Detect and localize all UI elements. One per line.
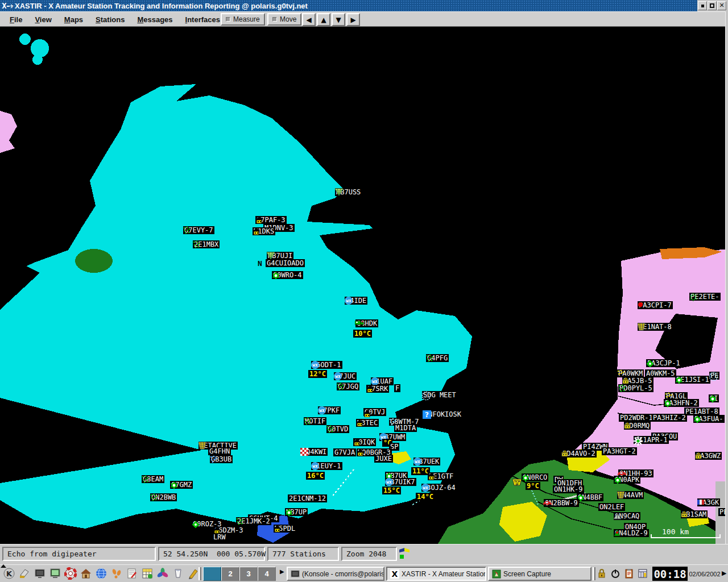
notes-icon[interactable] xyxy=(125,567,139,580)
map-canvas[interactable]: MB7USSG7PAF-3M1DNV-3M1DKSG7EVY-72E1MBXMB… xyxy=(0,27,728,544)
station-pd0rmq[interactable]: PD0RMQ xyxy=(623,422,651,430)
station-g8hdk[interactable]: G8HDK xyxy=(355,319,378,327)
station-on2bbw9[interactable]: ON2BBW-9 xyxy=(543,499,579,507)
klipper-clipboard-icon[interactable] xyxy=(623,567,635,580)
station-on0apk[interactable]: ON0APK xyxy=(613,476,640,484)
station-16c[interactable]: 16°C xyxy=(306,472,325,480)
station-pa3cjp1[interactable]: PA3CJP-1 xyxy=(646,359,681,367)
kteatime-icon[interactable] xyxy=(171,567,185,580)
station-2e1mbx[interactable]: 2E1MBX xyxy=(192,240,220,248)
station-mb7uss[interactable]: MB7USS xyxy=(334,188,362,196)
minimize-button[interactable] xyxy=(698,1,707,10)
station-mb7uji[interactable]: MB7UJI xyxy=(266,252,293,260)
station-pa3cpi7[interactable]: PA3CPI-7 xyxy=(637,301,673,309)
panel-clock[interactable]: 00:18 xyxy=(652,567,688,581)
station-pi1apr1[interactable]: PI1APR-1 xyxy=(633,436,669,444)
menu-stations[interactable]: Stations xyxy=(89,13,131,26)
station-g7gmz[interactable]: G7GMZ xyxy=(169,481,193,489)
k-menu-icon[interactable]: K xyxy=(2,567,16,580)
station-mb7uek[interactable]: wxMB7UEK xyxy=(413,458,440,465)
station-9c[interactable]: 9°C xyxy=(526,482,540,490)
tracker-icon[interactable] xyxy=(110,567,123,580)
station-pa3hgt2[interactable]: PA3HGT-2 xyxy=(602,447,637,455)
measure-toggle-button[interactable]: Measure xyxy=(221,13,265,26)
station-g1uaf[interactable]: wxG1UAF xyxy=(370,377,394,385)
home-icon[interactable] xyxy=(79,567,93,580)
station-motif[interactable]: MOTIF xyxy=(303,417,326,425)
station-on2lef[interactable]: ON2LEF xyxy=(598,503,625,511)
station-a0wkm5[interactable]: A0WKM-5 xyxy=(645,369,676,377)
desktop-4[interactable]: 4 xyxy=(258,567,276,581)
station-on2bwb[interactable]: ON2BWB xyxy=(150,493,177,501)
window-titlebar[interactable]: X-✈ XASTIR - X Amateur Station Tracking … xyxy=(0,0,728,11)
menu-interfaces[interactable]: Interfaces xyxy=(179,13,226,26)
station-mb7up[interactable]: MB7UP xyxy=(284,508,308,516)
station-lrw[interactable]: LRW xyxy=(212,533,227,541)
desktop-2[interactable]: 2 xyxy=(221,567,239,581)
station-gq4kwi[interactable]: GQ4KWI xyxy=(300,448,328,456)
station-gb3ub[interactable]: GB3UB xyxy=(209,455,233,463)
station-g4cuioado[interactable]: G4CUIOADO xyxy=(266,259,305,267)
task-list-arrow[interactable]: ▶ xyxy=(280,568,284,575)
station-pe1jsi1[interactable]: PE1JSI-1 xyxy=(675,376,710,384)
station-g7evy7[interactable]: G7EVY-7 xyxy=(183,226,214,234)
station-2e1gtf[interactable]: 2E1GTF xyxy=(427,472,454,480)
station-pd4avo2[interactable]: PD4AVO-2 xyxy=(561,450,597,458)
station-g7srk[interactable]: G7SRK xyxy=(366,385,389,393)
station-g0tvd[interactable]: G0TVD xyxy=(326,425,349,433)
station-14c[interactable]: 14°C xyxy=(416,493,435,501)
station-g4pfg[interactable]: G4PFG xyxy=(425,354,449,362)
station-m1dta[interactable]: M1DTA xyxy=(394,424,417,432)
station-g4ide[interactable]: wxG4IDE xyxy=(344,297,367,305)
menu-file[interactable]: File xyxy=(3,13,28,26)
pan-left-button[interactable]: ◀ xyxy=(302,13,316,26)
station-m5pdl[interactable]: M5PDL xyxy=(273,525,296,533)
station-pa3hiz2[interactable]: PA3HIZ-2 xyxy=(652,414,687,422)
station-pd0pyl5[interactable]: PD0PYL-5 xyxy=(618,384,653,392)
station-n[interactable]: N xyxy=(258,259,262,268)
station-10c[interactable]: 10°C xyxy=(353,330,372,338)
desktop-3[interactable]: 3 xyxy=(239,567,258,581)
station-on1hk9[interactable]: ON1HK-9 xyxy=(553,485,584,493)
menu-maps[interactable]: Maps xyxy=(58,13,89,26)
show-desktop-icon[interactable] xyxy=(33,567,47,580)
lock-icon[interactable] xyxy=(596,567,607,580)
station-pe1nat8[interactable]: PE1NAT-8 xyxy=(637,323,673,331)
station-g7juc[interactable]: wxG7JUC xyxy=(333,372,357,380)
logout-power-icon[interactable] xyxy=(610,567,621,580)
station-f[interactable]: F xyxy=(394,384,400,392)
move-toggle-button[interactable]: Move xyxy=(267,13,301,26)
station-12c[interactable]: 12°C xyxy=(308,370,327,378)
station-infokiosk[interactable]: ?INFOKIOSK xyxy=(423,410,462,418)
station-pe2ete[interactable]: PE2ETE- xyxy=(689,293,721,301)
station-pd2wdr1[interactable]: PD2WDR-1 xyxy=(619,414,654,422)
station-g7pkf[interactable]: wxG7PKF xyxy=(317,406,341,414)
station-juxe[interactable]: JUXE xyxy=(374,455,393,463)
desktop-1[interactable] xyxy=(203,567,221,581)
station-pe1abt8[interactable]: PE1ABT-8 xyxy=(684,408,719,415)
organizer-icon[interactable] xyxy=(637,567,648,580)
station-g8eam[interactable]: G8EAM xyxy=(141,475,164,483)
help-icon[interactable] xyxy=(64,567,77,580)
station-pa3fua[interactable]: PA3FUA- xyxy=(693,415,725,423)
task-screen-capture[interactable]: Screen Capture xyxy=(488,567,592,581)
station-100km[interactable]: 100 km xyxy=(662,527,689,536)
station-pe[interactable]: PE xyxy=(709,372,719,380)
menu-view[interactable]: View xyxy=(28,13,57,26)
panel-date[interactable]: 02/06/2002 xyxy=(689,567,720,581)
station-2e1cnm12[interactable]: 2E1CNM-12 xyxy=(288,494,327,502)
spreadsheet-icon[interactable] xyxy=(140,567,154,580)
station-mb7uik7[interactable]: wxMB7UIK7 xyxy=(384,478,416,486)
station-g6odt1[interactable]: wxG6ODT-1 xyxy=(311,361,342,369)
station-pa3hfn2[interactable]: PA3HFN-2 xyxy=(663,399,699,407)
station-m1euy1[interactable]: wxM1EUY-1 xyxy=(311,462,342,470)
konsole-launcher-icon[interactable] xyxy=(48,567,62,580)
station-g7vja[interactable]: G7VJA xyxy=(333,448,356,456)
station-2e1jmk2[interactable]: 2E1JMK-2 xyxy=(235,517,271,525)
station-pa0wkm[interactable]: PA0WKM xyxy=(617,369,644,377)
station-pa3gwz[interactable]: PA3GWZ xyxy=(694,452,722,460)
web-browser-icon[interactable] xyxy=(94,567,108,580)
station-pa3gk[interactable]: PA3GK xyxy=(697,498,720,506)
station-sdgmeet[interactable]: SDG MEET xyxy=(421,391,457,399)
panel-hide-arrow[interactable]: ▶ xyxy=(722,569,726,577)
